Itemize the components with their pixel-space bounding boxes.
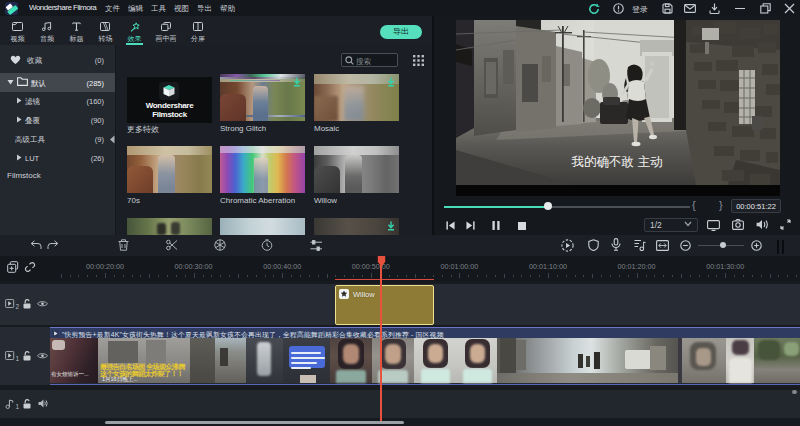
svg-text:我的确不敢 主动: 我的确不敢 主动 (571, 155, 663, 169)
